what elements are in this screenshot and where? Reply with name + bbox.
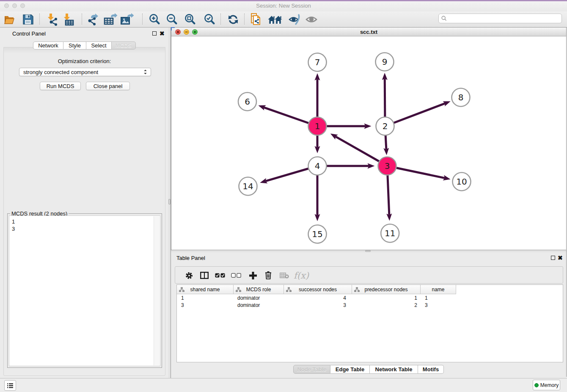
table-panel-title: Table Panel [176,255,205,261]
graph-node-label-6: 6 [245,97,250,107]
memory-button[interactable]: Memory [533,380,560,390]
memory-label: Memory [540,382,559,388]
dropdown-value: strongly connected component [23,69,98,75]
duplicate-network-icon[interactable] [248,12,264,27]
toolbar-separator [220,14,221,25]
table-panel-float-icon[interactable] [551,256,555,260]
import-network-icon[interactable] [44,12,60,27]
control-tab-style[interactable]: Style [63,41,86,50]
column-header-name[interactable]: name [421,285,456,294]
table-tab-motifs[interactable]: Motifs [418,365,444,374]
table-cell: 1 [177,295,234,302]
window-top-strip [0,0,567,1]
table-panel-close-icon[interactable]: ✖ [558,255,563,260]
table-row[interactable]: 1dominator411 [177,295,563,302]
mcds-result-scrollbar[interactable] [154,216,160,365]
import-table-icon[interactable] [61,12,76,27]
table-panel: Table Panel ✖ [171,252,567,377]
toolbar-separator [244,14,245,25]
search-icon [441,16,447,21]
zoom-in-icon[interactable] [147,12,162,27]
control-panel-float-icon[interactable] [152,31,157,36]
graph-node-label-4: 4 [315,161,320,171]
search-box [438,14,562,23]
optimization-criterion-dropdown[interactable]: strongly connected component [19,68,151,76]
add-column-icon[interactable] [246,267,260,284]
fx-label: f(x) [294,271,309,281]
control-panel-tabs: NetworkStyleSelectMCDS [33,41,136,50]
control-panel-close-icon[interactable]: ✖ [160,31,165,36]
first-neighbors-icon[interactable] [267,12,283,27]
table-cell: 3 [284,302,352,309]
table-tab-node-table[interactable]: Node Table [293,365,330,374]
export-network-icon[interactable] [85,12,100,27]
zoom-fit-icon[interactable] [182,12,198,27]
show-all-icon[interactable] [304,12,319,27]
graph-node-label-15: 15 [312,229,322,239]
run-mcds-button[interactable]: Run MCDS [40,82,81,90]
table-cell: dominator [234,302,284,309]
task-list-icon [7,383,13,388]
refresh-icon[interactable] [226,12,241,27]
table-cell: dominator [234,295,284,302]
graph-node-label-2: 2 [383,121,388,131]
table-tab-edge-table[interactable]: Edge Table [330,365,370,374]
column-header-label: shared name [190,287,220,293]
column-header-label: MCDS role [246,287,271,293]
node-table: shared nameMCDS rolesuccessor nodesprede… [176,284,563,362]
network-window-titlebar[interactable]: scc.txt [171,28,566,36]
export-table-icon[interactable] [103,12,118,27]
graph-node-label-7: 7 [315,57,320,67]
hide-selected-icon[interactable] [287,12,303,27]
select-all-checkboxes-icon[interactable] [213,267,227,284]
horizontal-splitter-grip[interactable] [365,250,371,252]
column-header-shared-name[interactable]: shared name [177,285,234,294]
graph-node-label-11: 11 [385,228,395,238]
zoom-selected-icon[interactable] [202,12,217,27]
mcds-result-textarea[interactable]: 1 3 [9,215,160,366]
vertical-splitter-grip[interactable] [168,199,171,204]
close-panel-button[interactable]: Close panel [86,82,130,90]
main-toolbar [0,11,567,28]
search-input[interactable] [447,14,561,23]
settings-gear-icon[interactable] [182,267,196,284]
save-session-icon[interactable] [20,12,36,27]
table-cell: 3 [421,302,456,309]
column-view-icon[interactable] [197,267,212,284]
table-tabs: Node TableEdge TableNetwork TableMotifs [293,365,444,374]
column-header-predecessor-nodes[interactable]: predecessor nodes [352,285,421,294]
mcds-result-values: 1 3 [12,218,15,232]
toolbar-separator [142,14,143,25]
column-header-successor-nodes[interactable]: successor nodes [284,285,352,294]
table-tab-network-table[interactable]: Network Table [370,365,418,374]
column-header-label: predecessor nodes [364,287,407,293]
graph-node-label-9: 9 [382,57,388,67]
column-header-MCDS-role[interactable]: MCDS role [234,285,284,294]
mac-titlebar: Session: New Session [0,0,567,11]
control-tab-network[interactable]: Network [33,41,63,50]
network-view-window: scc.txt 1234678910111415 [171,27,567,250]
export-image-icon[interactable] [119,12,135,27]
mcds-tab-content: Optimization criterion: strongly connect… [3,47,165,376]
network-window-title: scc.txt [171,29,566,35]
zoom-out-icon[interactable] [164,12,179,27]
deselect-all-checkboxes-icon[interactable] [229,267,243,284]
column-header-label: name [432,287,444,293]
network-graph: 1234678910111415 [171,36,566,250]
delete-column-icon[interactable] [261,267,275,284]
control-tab-mcds[interactable]: MCDS [112,41,136,50]
window-right-edge [566,27,567,377]
control-tab-select[interactable]: Select [86,41,112,50]
graph-node-label-14: 14 [242,181,253,191]
function-builder-icon: f(x) [292,267,310,284]
delete-table-icon [277,267,292,284]
control-panel: Control Panel ✖ NetworkStyleSelectMCDS O… [0,28,168,378]
open-file-icon[interactable] [2,12,17,27]
session-title: Session: New Session [0,3,567,9]
task-history-button[interactable] [4,380,16,391]
network-canvas[interactable]: 1234678910111415 [171,36,566,250]
control-panel-title: Control Panel [12,30,46,37]
table-row[interactable]: 3dominator323 [177,302,563,309]
table-cell: 1 [421,295,456,302]
table-cell: 3 [177,302,234,309]
